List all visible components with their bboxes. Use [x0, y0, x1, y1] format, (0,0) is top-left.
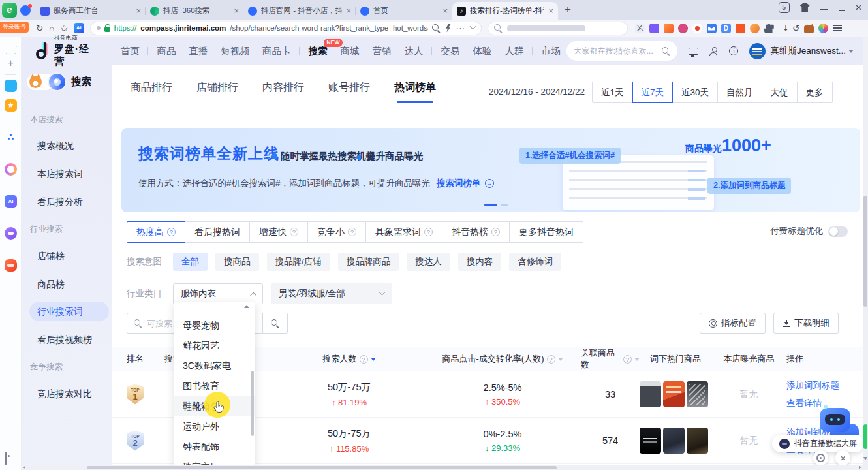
- site-info-icon[interactable]: [97, 26, 101, 30]
- tab-account-rank[interactable]: 账号排行: [328, 81, 370, 95]
- filter-fast-growth[interactable]: 增速快: [249, 221, 308, 243]
- browser-tab[interactable]: 抖店官网 - 抖音小店，抖音电 ×: [243, 2, 356, 20]
- question-icon[interactable]: [547, 355, 555, 364]
- header-conversion[interactable]: 商品点击-成交转化率(人数): [424, 353, 581, 365]
- undo-icon[interactable]: ↺: [792, 23, 799, 33]
- dropdown-option[interactable]: 运动户外: [174, 416, 255, 437]
- banner-link[interactable]: 搜索词榜单: [437, 178, 481, 189]
- pinned-extension-icon[interactable]: [20, 5, 31, 16]
- sort-icon[interactable]: [634, 358, 640, 361]
- more-icon[interactable]: ···: [456, 24, 465, 32]
- filter-more-hot-words[interactable]: 更多抖音热词: [509, 221, 583, 243]
- word-search-button[interactable]: [263, 313, 288, 334]
- sidebar-item-shop-search-words[interactable]: 本店搜索词: [37, 168, 83, 180]
- filter-low-competition[interactable]: 竞争小: [307, 221, 366, 243]
- browser-logo-icon[interactable]: [2, 3, 17, 18]
- question-icon[interactable]: [623, 355, 632, 364]
- vertical-scrollbar-thumb[interactable]: [863, 196, 867, 307]
- minimize-button[interactable]: [820, 9, 828, 10]
- sidebar-item-watch-search-video-rank[interactable]: 看后搜视频榜: [37, 334, 92, 346]
- info-icon[interactable]: i: [729, 46, 738, 55]
- dropdown-scrollbar[interactable]: [251, 371, 254, 436]
- browser-tab[interactable]: 抖店_360搜索 ×: [146, 2, 243, 20]
- profile-icon[interactable]: [818, 24, 828, 33]
- network-dock-icon[interactable]: [5, 131, 17, 144]
- sidebar-item-watch-search-analysis[interactable]: 看后搜分析: [37, 196, 83, 208]
- intent-modifier[interactable]: 含修饰词: [509, 253, 561, 271]
- address-bar[interactable]: https://compass.jinritemai.com/shop/chan…: [90, 22, 482, 35]
- nav-item-goods[interactable]: 商品: [150, 45, 182, 57]
- nav-item-trade[interactable]: 交易: [434, 45, 466, 57]
- question-icon[interactable]: [491, 228, 500, 236]
- product-thumbnail[interactable]: [663, 428, 685, 454]
- date-button-7d[interactable]: 近7天: [632, 82, 674, 103]
- filter-douyin-hot[interactable]: 抖音热榜: [442, 221, 510, 243]
- date-button-promo[interactable]: 大促: [762, 82, 798, 103]
- nav-item-experience[interactable]: 体验: [466, 45, 498, 57]
- sidebar-item-competitor-compare[interactable]: 竞店搜索对比: [37, 388, 92, 400]
- login-account-badge[interactable]: 登录账号: [0, 22, 29, 33]
- filter-concrete-demand[interactable]: 具象需求词: [365, 221, 442, 243]
- product-thumbnail[interactable]: [687, 428, 708, 454]
- new-tab-button[interactable]: +: [565, 3, 571, 16]
- chevron-down-icon[interactable]: [848, 50, 854, 53]
- horizontal-scrollbar[interactable]: [22, 465, 863, 470]
- app-search-input[interactable]: [574, 46, 658, 55]
- nav-item-video[interactable]: 短视频: [214, 45, 256, 57]
- extension-icon[interactable]: [678, 24, 688, 33]
- intent-brand-goods[interactable]: 搜品牌商品: [338, 253, 399, 271]
- question-icon[interactable]: [290, 228, 298, 236]
- tab-close-icon[interactable]: ×: [234, 6, 239, 16]
- dropdown-option[interactable]: 鲜花园艺: [174, 336, 255, 356]
- menu-icon[interactable]: [833, 25, 842, 26]
- home-icon[interactable]: ⌂: [49, 24, 54, 33]
- intent-talent[interactable]: 搜达人: [407, 253, 450, 271]
- tab-goods-rank[interactable]: 商品排行: [131, 81, 172, 95]
- nav-item-live[interactable]: 直播: [182, 45, 214, 57]
- sidebar-item-goods-rank[interactable]: 商品榜: [37, 279, 65, 290]
- header-related[interactable]: 关联商品数: [581, 347, 640, 371]
- extension-icon[interactable]: [664, 24, 674, 33]
- scroll-right-icon[interactable]: [859, 466, 861, 469]
- date-button-month[interactable]: 自然月: [717, 82, 762, 103]
- date-button-more[interactable]: 更多: [797, 82, 833, 103]
- settings-gear-icon[interactable]: [5, 453, 17, 465]
- app-search-box[interactable]: [566, 41, 677, 61]
- tab-hot-words-rank[interactable]: 热词榜单: [394, 81, 436, 95]
- chevron-down-icon[interactable]: [469, 23, 476, 29]
- product-thumbnail[interactable]: [663, 381, 685, 407]
- question-icon[interactable]: [348, 228, 356, 236]
- user-name[interactable]: 真维斯Jeanswest...: [770, 45, 846, 57]
- shirt-icon[interactable]: [800, 3, 810, 12]
- user-icon[interactable]: [709, 47, 718, 55]
- scroll-up-icon[interactable]: [244, 305, 249, 308]
- browser-tab-active[interactable]: 搜索排行-热词榜单-抖音电商 ×: [452, 2, 558, 20]
- date-button-30d[interactable]: 近30天: [672, 82, 718, 103]
- tab-close-icon[interactable]: ×: [346, 6, 351, 16]
- ai-dock-icon[interactable]: [5, 195, 17, 208]
- scissors-icon[interactable]: [635, 24, 645, 33]
- nav-item-marketing[interactable]: 营销: [365, 45, 397, 57]
- metric-config-button[interactable]: 指标配置: [700, 313, 766, 334]
- arrow-circle-icon[interactable]: →: [485, 179, 494, 188]
- maximize-button[interactable]: [839, 5, 845, 11]
- question-icon[interactable]: [360, 355, 368, 364]
- hot-product-thumbnails[interactable]: [640, 428, 711, 454]
- mail-extension-icon[interactable]: [707, 24, 717, 33]
- filter-hot[interactable]: 热度高: [127, 221, 185, 243]
- add-dock-icon[interactable]: +: [5, 57, 17, 70]
- assistant-settings-button[interactable]: [813, 450, 828, 465]
- sidebar-item-shop-rank[interactable]: 店铺榜: [37, 251, 65, 262]
- extension-icon[interactable]: [649, 24, 659, 33]
- avatar[interactable]: [749, 43, 766, 59]
- sort-icon[interactable]: [558, 358, 563, 361]
- intent-brand-shop[interactable]: 搜品牌/店铺: [267, 253, 330, 271]
- question-icon[interactable]: [167, 228, 176, 236]
- tab-shop-rank[interactable]: 店铺排行: [196, 81, 238, 95]
- tab-count-badge[interactable]: 5: [779, 2, 790, 13]
- product-thumbnail[interactable]: [640, 428, 661, 454]
- bookmark-icon[interactable]: ✩: [60, 23, 67, 33]
- filter-watch-search[interactable]: 看后搜热词: [185, 221, 250, 243]
- search-icon[interactable]: [662, 47, 670, 55]
- weibo-extension-icon[interactable]: [692, 24, 702, 33]
